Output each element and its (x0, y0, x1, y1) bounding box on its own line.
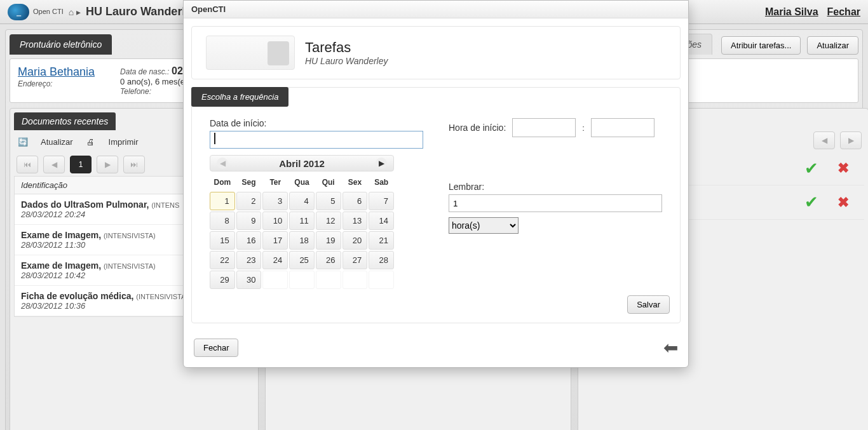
modal-tab-frequency[interactable]: Escolha a frequência (191, 87, 288, 107)
modal-subheading: HU Lauro Wanderley (305, 56, 388, 66)
dp-day[interactable]: 12 (316, 212, 341, 230)
start-hour-input[interactable] (512, 118, 576, 137)
remember-label: Lembrar: (449, 182, 662, 192)
dp-blank (289, 271, 315, 289)
dp-day[interactable]: 26 (316, 251, 341, 269)
dp-day[interactable]: 24 (262, 251, 288, 269)
dp-day[interactable]: 16 (236, 231, 262, 250)
start-minute-input[interactable] (591, 118, 654, 137)
dp-day[interactable]: 6 (342, 192, 368, 210)
dp-month: Abril 2012 (279, 158, 325, 169)
dp-day[interactable]: 17 (262, 231, 288, 250)
save-button[interactable]: Salvar (627, 295, 670, 314)
remember-unit-select[interactable]: hora(s) (449, 217, 519, 234)
dp-day[interactable]: 5 (316, 192, 341, 210)
back-arrow-icon[interactable]: ⬅ (663, 337, 678, 358)
dp-day[interactable]: 18 (289, 231, 315, 250)
modal-backdrop: OpenCTI Tarefas HU Lauro Wanderley Escol… (0, 0, 868, 430)
dp-day[interactable]: 14 (369, 212, 394, 230)
dp-dow: Ter (262, 174, 288, 191)
dp-day[interactable]: 9 (236, 212, 262, 230)
dp-day[interactable]: 22 (210, 251, 235, 269)
modal-window-title: OpenCTI (184, 1, 688, 18)
dp-day[interactable]: 21 (369, 231, 394, 250)
tasks-modal: OpenCTI Tarefas HU Lauro Wanderley Escol… (183, 0, 689, 368)
dp-day[interactable]: 19 (316, 231, 341, 250)
dp-day[interactable]: 11 (289, 212, 315, 230)
dp-blank (316, 271, 341, 289)
remember-input[interactable] (449, 194, 662, 212)
start-date-input[interactable] (210, 131, 423, 149)
dp-prev-icon[interactable]: ◀ (217, 158, 228, 169)
start-date-label: Data de início: (210, 118, 423, 128)
dp-day[interactable]: 25 (289, 251, 315, 269)
dp-dow: Qua (289, 174, 315, 191)
dp-day[interactable]: 10 (262, 212, 288, 230)
dp-blank (342, 271, 368, 289)
dp-dow: Sab (369, 174, 394, 191)
dp-blank (262, 271, 288, 289)
dp-day[interactable]: 8 (210, 212, 235, 230)
modal-header: Tarefas HU Lauro Wanderley (191, 26, 681, 79)
dp-day[interactable]: 1 (210, 192, 235, 210)
dp-day[interactable]: 23 (236, 251, 262, 269)
start-time-label: Hora de início: (449, 123, 506, 133)
dp-dow: Sex (342, 174, 368, 191)
dp-day[interactable]: 27 (342, 251, 368, 269)
dp-day[interactable]: 28 (369, 251, 394, 269)
dp-day[interactable]: 7 (369, 192, 394, 210)
close-button[interactable]: Fechar (194, 339, 238, 357)
dp-day[interactable]: 15 (210, 231, 235, 250)
id-card-icon (206, 36, 295, 70)
dp-next-icon[interactable]: ▶ (376, 158, 387, 169)
dp-day[interactable]: 30 (236, 271, 262, 289)
dp-day[interactable]: 4 (289, 192, 315, 210)
dp-dow: Seg (236, 174, 262, 191)
dp-dow: Dom (210, 174, 235, 191)
dp-day[interactable]: 2 (236, 192, 262, 210)
dp-day[interactable]: 29 (210, 271, 235, 289)
time-separator: : (582, 123, 585, 133)
datepicker: ◀ Abril 2012 ▶ DomSegTerQuaQuiSexSab1234… (210, 155, 394, 289)
dp-day[interactable]: 3 (262, 192, 288, 210)
dp-blank (369, 271, 394, 289)
dp-day[interactable]: 13 (342, 212, 368, 230)
dp-day[interactable]: 20 (342, 231, 368, 250)
dp-dow: Qui (316, 174, 341, 191)
modal-heading: Tarefas (305, 39, 388, 56)
